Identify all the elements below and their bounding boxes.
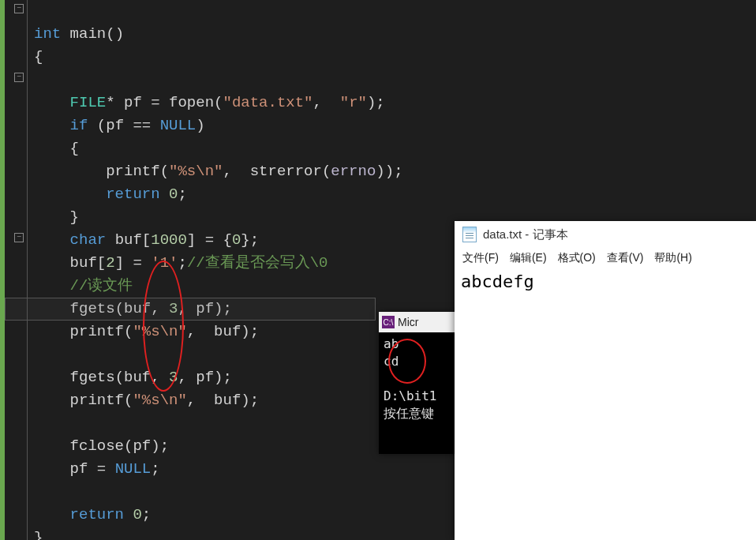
paren: ); <box>241 392 259 409</box>
editor-gutter: − − − <box>0 0 28 540</box>
paren: ( <box>97 117 106 134</box>
comma: , <box>223 163 249 180</box>
identifier: pf <box>133 437 151 455</box>
function-name: main <box>61 25 106 43</box>
paren: ( <box>124 437 133 455</box>
function-call: fopen <box>169 94 214 111</box>
console-line: D:\bit1 <box>384 388 436 403</box>
comma: , <box>151 369 169 386</box>
paren: ( <box>115 369 124 386</box>
brace: { <box>34 140 79 157</box>
comment: //读文件 <box>34 277 133 294</box>
function-call: fgets <box>34 369 115 386</box>
op: = <box>142 94 169 111</box>
paren: ( <box>160 163 169 180</box>
console-output: ab cd D:\bit1 按任意键 <box>379 332 458 426</box>
current-line-highlight <box>5 298 376 321</box>
number: 3 <box>169 369 178 386</box>
op: * <box>106 94 124 111</box>
brace: } <box>34 529 43 540</box>
bracket: ] = <box>115 254 152 272</box>
function-call: printf <box>34 392 124 409</box>
type: FILE <box>34 94 106 111</box>
console-line: cd <box>384 354 399 369</box>
paren: ) <box>196 117 204 134</box>
fold-minus-icon[interactable]: − <box>14 4 24 13</box>
paren: ); <box>241 323 259 340</box>
identifier: buf <box>214 323 241 340</box>
semi: ; <box>151 460 159 478</box>
console-line: 按任意键 <box>384 406 434 421</box>
notepad-menubar[interactable]: 文件(F) 编辑(E) 格式(O) 查看(V) 帮助(H) <box>455 248 756 268</box>
brace: { <box>34 48 43 66</box>
fold-minus-icon[interactable]: − <box>14 73 24 82</box>
menu-file[interactable]: 文件(F) <box>462 251 499 265</box>
keyword: return <box>34 506 133 523</box>
function-call: fclose <box>34 437 124 455</box>
fold-minus-icon[interactable]: − <box>14 233 24 242</box>
keyword: int <box>34 25 61 43</box>
comment: //查看是否会写入\0 <box>187 254 328 272</box>
console-window[interactable]: C:\ Micr ab cd D:\bit1 按任意键 <box>379 312 458 454</box>
menu-view[interactable]: 查看(V) <box>607 251 644 265</box>
menu-format[interactable]: 格式(O) <box>558 251 596 265</box>
notepad-window[interactable]: data.txt - 记事本 文件(F) 编辑(E) 格式(O) 查看(V) 帮… <box>455 221 756 540</box>
paren: ( <box>214 94 223 111</box>
identifier: buf <box>34 254 97 272</box>
identifier: pf <box>196 369 214 386</box>
string: "%s\n" <box>133 392 186 409</box>
semi: ; <box>178 254 186 272</box>
number: 0 <box>232 231 241 249</box>
comma: , <box>313 94 340 111</box>
macro: errno <box>331 163 376 180</box>
comma: , <box>187 392 214 409</box>
op: == <box>124 117 160 134</box>
identifier: buf <box>115 231 142 249</box>
notepad-title-text: data.txt - 记事本 <box>483 227 568 242</box>
menu-help[interactable]: 帮助(H) <box>654 251 691 265</box>
number: 0 <box>169 186 178 203</box>
paren: ( <box>322 163 331 180</box>
op: = <box>88 460 114 478</box>
identifier: pf <box>124 94 142 111</box>
brace: }; <box>241 231 259 249</box>
console-icon: C:\ <box>382 316 395 328</box>
number: 2 <box>106 254 114 272</box>
function-call: printf <box>34 163 160 180</box>
notepad-content[interactable]: abcdefg <box>455 268 756 294</box>
bracket: [ <box>142 231 151 249</box>
brace: } <box>34 208 79 226</box>
menu-edit[interactable]: 编辑(E) <box>510 251 547 265</box>
function-call: strerror <box>250 163 322 180</box>
paren: ); <box>367 94 385 111</box>
paren: ); <box>151 437 169 455</box>
paren: ); <box>214 369 232 386</box>
string: "r" <box>340 94 367 111</box>
bracket: ] = { <box>187 231 232 249</box>
comma: , <box>187 323 214 340</box>
identifier: buf <box>214 392 241 409</box>
char-literal: '1' <box>151 254 178 272</box>
console-line: ab <box>384 336 399 351</box>
parens: () <box>106 25 124 43</box>
keyword: char <box>34 231 115 249</box>
null: NULL <box>160 117 196 134</box>
number: 1000 <box>151 231 187 249</box>
code-area[interactable]: int main() { FILE* pf = fopen("data.txt"… <box>28 0 403 540</box>
number: 0 <box>133 506 141 523</box>
semi: ; <box>178 186 186 203</box>
paren: ( <box>124 323 133 340</box>
function-call: printf <box>34 323 124 340</box>
notepad-titlebar[interactable]: data.txt - 记事本 <box>455 221 756 248</box>
null: NULL <box>115 460 152 478</box>
bracket: [ <box>97 254 106 272</box>
semi: ; <box>142 506 151 523</box>
comma: , <box>178 369 196 386</box>
paren: ( <box>124 392 133 409</box>
console-title-text: Micr <box>398 316 418 328</box>
identifier: buf <box>124 369 151 386</box>
identifier: pf <box>34 460 88 478</box>
string: "%s\n" <box>169 163 223 180</box>
string: "data.txt" <box>223 94 313 111</box>
console-titlebar[interactable]: C:\ Micr <box>379 312 458 332</box>
